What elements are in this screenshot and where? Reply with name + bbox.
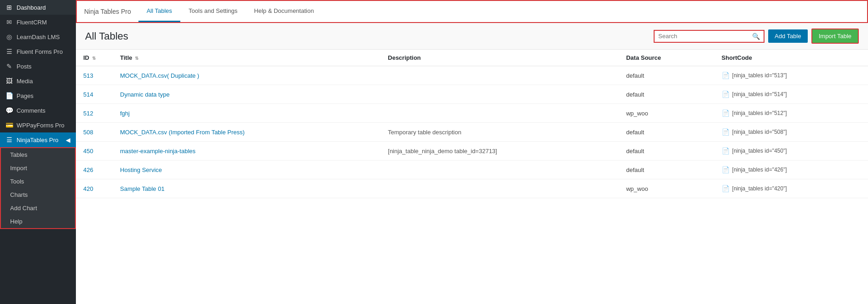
col-header-description: Description [380,50,619,66]
col-header-data-source: Data Source [619,50,714,66]
cell-data-source: default [619,161,714,179]
document-icon: 📄 [722,185,730,192]
cell-id[interactable]: 508 [76,123,113,142]
table-title-link[interactable]: master-example-ninja-tables [120,148,195,155]
sidebar-item-comments[interactable]: 💬 Comments [0,103,76,118]
cell-title[interactable]: master-example-ninja-tables [113,142,380,161]
sidebar: ⊞ Dashboard ✉ FluentCRM ◎ LearnDash LMS … [0,0,76,304]
sidebar-item-label: Pages [17,92,34,99]
cell-shortcode: 📄 [ninja_tables id="426"] [714,161,868,179]
cell-shortcode: 📄 [ninja_tables id="508"] [714,123,868,142]
pages-icon: 📄 [6,92,13,99]
col-header-id[interactable]: ID ⇅ [76,50,113,66]
sidebar-item-fluentcrm[interactable]: ✉ FluentCRM [0,15,76,29]
sidebar-submenu: Tables Import Tools Charts Add Chart Hel… [0,147,76,229]
cell-id[interactable]: 450 [76,142,113,161]
cell-title[interactable]: Hosting Service [113,161,380,179]
page-title: All Tables [85,30,128,42]
cell-shortcode: 📄 [ninja_tables id="450"] [714,142,868,161]
add-table-button[interactable]: Add Table [768,29,808,43]
cell-id[interactable]: 420 [76,179,113,198]
cell-description [380,161,619,179]
learndash-icon: ◎ [6,33,13,40]
table-title-link[interactable]: Hosting Service [120,166,162,173]
sidebar-item-wppayforms[interactable]: 💳 WPPayForms Pro [0,118,76,132]
import-table-button[interactable]: Import Table [811,29,859,44]
cell-id[interactable]: 512 [76,104,113,123]
shortcode-value[interactable]: [ninja_tables id="420"] [732,185,787,192]
document-icon: 📄 [722,109,730,117]
shortcode-value[interactable]: [ninja_tables id="450"] [732,148,787,154]
shortcode-value[interactable]: [ninja_tables id="512"] [732,110,787,116]
sidebar-item-ninjatables[interactable]: ☰ NinjaTables Pro ◀ [0,132,76,147]
submenu-item-tools[interactable]: Tools [1,175,75,188]
pay-icon: 💳 [6,121,13,129]
cell-title[interactable]: Sample Table 01 [113,179,380,198]
document-icon: 📄 [722,147,730,155]
cell-id[interactable]: 513 [76,66,113,85]
tab-help-docs[interactable]: Help & Documentation [246,1,322,22]
table-title-link[interactable]: MOCK_DATA.csv (Imported From Table Press… [120,129,245,136]
table-title-link[interactable]: fghj [120,110,130,117]
cell-title[interactable]: MOCK_DATA.csv (Imported From Table Press… [113,123,380,142]
tab-tools-settings[interactable]: Tools and Settings [180,1,246,22]
table-row: 514 Dynamic data type default 📄 [ninja_t… [76,85,868,104]
sidebar-item-media[interactable]: 🖼 Media [0,74,76,88]
sidebar-item-label: FluentCRM [17,19,47,26]
cell-shortcode: 📄 [ninja_tables id="513"] [714,66,868,85]
mail-icon: ✉ [6,18,13,26]
shortcode-value[interactable]: [ninja_tables id="514"] [732,91,787,98]
cell-data-source: wp_woo [619,179,714,198]
submenu-item-add-chart[interactable]: Add Chart [1,201,75,215]
sidebar-item-pages[interactable]: 📄 Pages [0,88,76,103]
search-input[interactable] [658,33,750,40]
shortcode-value[interactable]: [ninja_tables id="426"] [732,166,787,173]
sidebar-item-label: Media [17,78,33,85]
sidebar-item-dashboard[interactable]: ⊞ Dashboard [0,0,76,15]
cell-id[interactable]: 426 [76,161,113,179]
app-brand: Ninja Tables Pro [81,8,138,15]
comments-icon: 💬 [6,107,13,114]
cell-description: Temporary table description [380,123,619,142]
document-icon: 📄 [722,128,730,136]
sidebar-item-label: LearnDash LMS [17,34,60,40]
submenu-item-import[interactable]: Import [1,161,75,175]
sidebar-item-label: Fluent Forms Pro [17,48,63,55]
sidebar-item-label: Dashboard [17,4,46,11]
cell-id[interactable]: 514 [76,85,113,104]
forms-icon: ☰ [6,48,13,55]
tab-all-tables[interactable]: All Tables [138,1,180,22]
dashboard-icon: ⊞ [6,4,13,11]
sidebar-item-posts[interactable]: ✎ Posts [0,59,76,74]
cell-title[interactable]: fghj [113,104,380,123]
table-row: 450 master-example-ninja-tables [ninja_t… [76,142,868,161]
main-content: Ninja Tables Pro All Tables Tools and Se… [76,0,868,304]
col-header-shortcode: ShortCode [714,50,868,66]
document-icon: 📄 [722,166,730,173]
sidebar-item-learndash[interactable]: ◎ LearnDash LMS [0,29,76,44]
cell-title[interactable]: Dynamic data type [113,85,380,104]
sort-icon-id: ⇅ [92,56,96,61]
col-header-title[interactable]: Title ⇅ [113,50,380,66]
table-title-link[interactable]: MOCK_DATA.csv( Duplicate ) [120,72,199,79]
shortcode-value[interactable]: [ninja_tables id="508"] [732,129,787,135]
table-row: 420 Sample Table 01 wp_woo 📄 [ninja_tabl… [76,179,868,198]
cell-data-source: default [619,123,714,142]
submenu-item-charts[interactable]: Charts [1,188,75,201]
table-row: 513 MOCK_DATA.csv( Duplicate ) default 📄… [76,66,868,85]
sidebar-item-label: Posts [17,63,32,70]
sidebar-item-fluent-forms[interactable]: ☰ Fluent Forms Pro [0,44,76,59]
top-nav: Ninja Tables Pro All Tables Tools and Se… [76,0,868,23]
sidebar-item-label: NinjaTables Pro [17,137,58,143]
tables-table: ID ⇅ Title ⇅ Description Data Source Sho [76,50,868,198]
cell-shortcode: 📄 [ninja_tables id="420"] [714,179,868,198]
cell-title[interactable]: MOCK_DATA.csv( Duplicate ) [113,66,380,85]
submenu-item-tables[interactable]: Tables [1,148,75,161]
submenu-item-help[interactable]: Help [1,215,75,228]
table-container: ID ⇅ Title ⇅ Description Data Source Sho [76,50,868,304]
table-title-link[interactable]: Dynamic data type [120,91,170,98]
document-icon: 📄 [722,91,730,98]
table-title-link[interactable]: Sample Table 01 [120,185,165,192]
shortcode-value[interactable]: [ninja_tables id="513"] [732,72,787,79]
search-box: 🔍 [654,30,765,43]
